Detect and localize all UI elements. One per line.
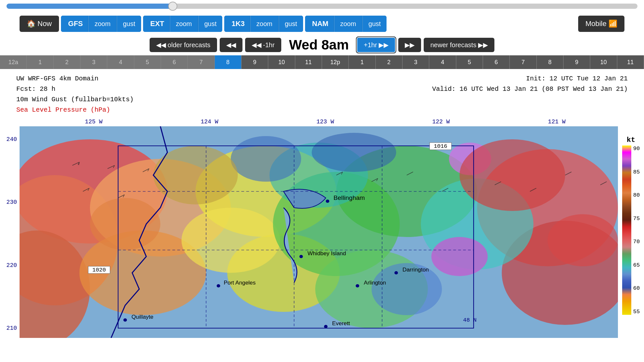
timeline-hour-6[interactable]: 6 xyxy=(161,55,188,69)
timeline-hour-12a[interactable]: 12a xyxy=(0,55,27,69)
weather-map[interactable]: 1016 1020 Bellingham Quillayte Port Ange… xyxy=(20,126,618,338)
lat-220: 220 xyxy=(0,262,17,269)
y-axis: 240 230 220 210 xyxy=(0,126,20,338)
timeline-hour-8[interactable]: 8 xyxy=(215,55,242,69)
newer-forecasts-button[interactable]: newer forecasts ▶▶ xyxy=(424,38,494,52)
lon-123: 123 W xyxy=(316,118,334,125)
init-info: Init: 12 UTC Tue 12 Jan 21 xyxy=(526,75,628,82)
back1hr-button[interactable]: ◀◀ -1hr xyxy=(245,38,281,52)
timeline-hour-3[interactable]: 3 xyxy=(402,55,429,69)
1k3-button[interactable]: 1K3 xyxy=(224,16,250,32)
timeline-hour-4[interactable]: 4 xyxy=(107,55,134,69)
scale-kt-label: kt xyxy=(627,136,635,144)
timeline-hour-1[interactable]: 1 xyxy=(349,55,375,69)
timeline-hour-12p[interactable]: 12p xyxy=(322,55,349,69)
color-scale-bar xyxy=(622,146,631,315)
svg-point-64 xyxy=(356,284,359,287)
forward1hr-button[interactable]: +1hr ▶▶ xyxy=(357,37,396,53)
svg-point-58 xyxy=(124,318,127,322)
wind-info: 10m Wind Gust (fullbarb=10kts) xyxy=(16,96,134,103)
ext-group: EXT zoom gust xyxy=(143,16,223,32)
svg-point-24 xyxy=(548,214,618,266)
timeline-hour-10[interactable]: 10 xyxy=(268,55,295,69)
now-button[interactable]: 🏠 Now xyxy=(20,16,59,32)
lon-122: 122 W xyxy=(432,118,450,125)
svg-text:1020: 1020 xyxy=(92,267,106,273)
slider-container xyxy=(0,0,644,13)
scale-bar-area: 90 85 80 75 70 65 60 55 xyxy=(622,146,640,316)
svg-point-56 xyxy=(326,200,329,203)
map-right-info: Init: 12 UTC Tue 12 Jan 21 Valid: 16 UTC… xyxy=(432,74,628,94)
bars-icon: 📶 xyxy=(608,20,617,28)
timeline-hour-9[interactable]: 9 xyxy=(564,55,590,69)
nam-gust-button[interactable]: gust xyxy=(362,16,387,32)
lat-240: 240 xyxy=(0,136,17,143)
svg-text:Darrington: Darrington xyxy=(402,267,429,273)
timeline-hour-4[interactable]: 4 xyxy=(429,55,456,69)
1k3-gust-button[interactable]: gust xyxy=(279,16,303,32)
svg-text:Quillayte: Quillayte xyxy=(131,314,153,320)
older-forecasts-button[interactable]: ◀◀ older forecasts xyxy=(150,38,217,52)
nav-row: 🏠 Now GFS zoom gust EXT zoom gust 1K3 zo… xyxy=(0,13,644,35)
timeline-hour-5[interactable]: 5 xyxy=(456,55,483,69)
map-inner: 240 230 220 210 xyxy=(0,126,644,338)
lon-124: 124 W xyxy=(201,118,218,125)
gfs-group: GFS zoom gust xyxy=(61,16,141,32)
scale-tick-labels: 90 85 80 75 70 65 60 55 xyxy=(631,146,640,315)
gfs-button[interactable]: GFS xyxy=(61,16,88,32)
ext-button[interactable]: EXT xyxy=(143,16,169,32)
timeline-hour-2[interactable]: 2 xyxy=(376,55,402,69)
svg-text:Arlington: Arlington xyxy=(364,280,386,286)
scale-60: 60 xyxy=(633,285,640,291)
current-forecast-time: Wed 8am xyxy=(284,37,354,53)
svg-text:Everett: Everett xyxy=(332,321,350,327)
svg-text:1016: 1016 xyxy=(434,144,447,149)
sea-level-info: Sea Level Pressure (hPa) xyxy=(16,106,110,114)
timeline-hour-6[interactable]: 6 xyxy=(483,55,510,69)
valid-info: Valid: 16 UTC Wed 13 Jan 21 (08 PST Wed … xyxy=(432,85,628,93)
lat-210: 210 xyxy=(0,325,17,331)
timeline-hour-9[interactable]: 9 xyxy=(242,55,268,69)
svg-text:Whidbey Island: Whidbey Island xyxy=(307,251,346,257)
timeline-hour-5[interactable]: 5 xyxy=(134,55,161,69)
timeline-hour-11[interactable]: 11 xyxy=(295,55,322,69)
lon-labels-row: 125 W 124 W 123 W 122 W 121 W xyxy=(36,117,644,126)
timeline-hour-2[interactable]: 2 xyxy=(54,55,80,69)
timeline-hour-7[interactable]: 7 xyxy=(510,55,536,69)
svg-point-68 xyxy=(324,325,328,328)
map-header: Init: 12 UTC Tue 12 Jan 21 Valid: 16 UTC… xyxy=(0,69,644,117)
gfs-gust-button[interactable]: gust xyxy=(117,16,141,32)
lon-125: 125 W xyxy=(85,118,103,125)
home-icon: 🏠 xyxy=(27,20,36,28)
svg-point-60 xyxy=(217,284,220,287)
ext-gust-button[interactable]: gust xyxy=(198,16,223,32)
scale-70: 70 xyxy=(633,239,640,245)
svg-point-10 xyxy=(182,208,280,273)
progress-slider[interactable] xyxy=(7,3,637,9)
timeline-hour-3[interactable]: 3 xyxy=(80,55,107,69)
hour-timeline: 12a123456789101112p1234567891011 xyxy=(0,55,644,69)
timeline-hour-1[interactable]: 1 xyxy=(27,55,53,69)
timeline-hour-10[interactable]: 10 xyxy=(590,55,617,69)
scale-75: 75 xyxy=(633,216,640,222)
scale-90: 90 xyxy=(633,146,640,152)
scale-85: 85 xyxy=(633,169,640,175)
forward2-button[interactable]: ▶▶ xyxy=(398,38,421,52)
1k3-zoom-button[interactable]: zoom xyxy=(250,16,278,32)
mobile-button[interactable]: Mobile 📶 xyxy=(578,16,624,32)
nam-button[interactable]: NAM xyxy=(305,16,334,32)
svg-point-22 xyxy=(460,139,565,211)
scale-65: 65 xyxy=(633,262,640,268)
ext-zoom-button[interactable]: zoom xyxy=(170,16,198,32)
svg-point-16 xyxy=(432,237,488,276)
back2-button[interactable]: ◀◀ xyxy=(220,38,242,52)
svg-text:48 N: 48 N xyxy=(463,317,476,323)
nam-zoom-button[interactable]: zoom xyxy=(334,16,362,32)
model-name: UW WRF-GFS 4km Domain xyxy=(16,75,98,82)
timeline-hour-11[interactable]: 11 xyxy=(617,55,644,69)
map-svg: 1016 1020 Bellingham Quillayte Port Ange… xyxy=(20,126,618,338)
gfs-zoom-button[interactable]: zoom xyxy=(88,16,116,32)
timeline-hour-7[interactable]: 7 xyxy=(188,55,214,69)
timeline-hour-8[interactable]: 8 xyxy=(537,55,564,69)
svg-point-18 xyxy=(231,136,301,182)
